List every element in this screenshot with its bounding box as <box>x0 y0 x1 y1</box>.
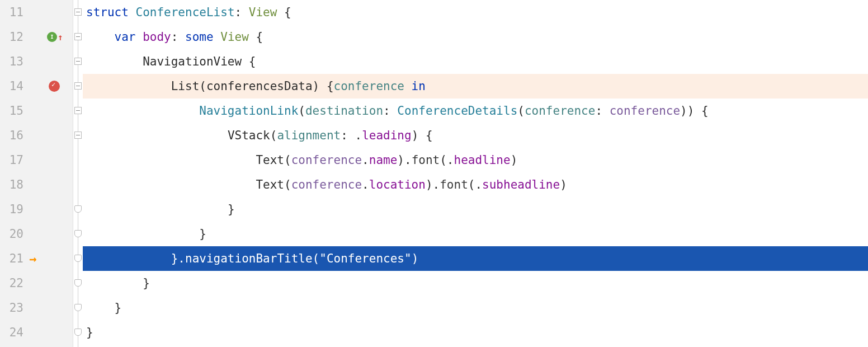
code-token: (. <box>468 178 482 191</box>
gutter-row[interactable]: 12↑ <box>0 25 73 49</box>
code-token: ConferenceDetails <box>397 104 517 118</box>
gutter-row[interactable]: 22 <box>0 271 73 296</box>
fold-toggle-icon[interactable] <box>74 82 82 90</box>
code-line[interactable]: VStack(alignment: .leading) { <box>83 123 868 148</box>
code-line[interactable]: } <box>83 271 868 296</box>
code-line[interactable]: List(conferencesData) {conference in <box>83 74 868 99</box>
code-token: } <box>86 326 93 339</box>
code-token: View <box>220 30 249 44</box>
arrow-up-icon: ↑ <box>58 32 63 43</box>
fold-toggle-icon[interactable] <box>74 304 82 311</box>
gutter-row[interactable]: 13 <box>0 49 73 74</box>
code-token: : <box>595 104 609 118</box>
code-token: View <box>249 6 277 19</box>
code-token: ) <box>412 252 419 265</box>
line-number: 18 <box>0 178 27 191</box>
fold-toggle-icon[interactable] <box>74 205 82 213</box>
fold-toggle-icon[interactable] <box>74 8 82 16</box>
code-token: headline <box>454 153 511 167</box>
line-number: 13 <box>0 55 27 68</box>
inspection-icon[interactable] <box>47 32 57 42</box>
fold-toggle-icon[interactable] <box>74 230 82 237</box>
code-token: conference <box>291 178 362 191</box>
gutter-row[interactable]: 17 <box>0 148 73 172</box>
fold-toggle-icon[interactable] <box>74 329 82 336</box>
gutter-row[interactable]: 23 <box>0 296 73 320</box>
gutter-row[interactable]: 14 <box>0 74 73 99</box>
line-number: 21 <box>0 252 27 265</box>
code-token: conferencesData <box>206 79 313 93</box>
code-token: in <box>412 79 426 93</box>
code-token: } <box>199 227 206 241</box>
fold-toggle-icon[interactable] <box>74 107 82 114</box>
code-token: alignment <box>277 129 341 142</box>
code-token: } <box>115 301 122 315</box>
code-token: font <box>412 153 440 167</box>
code-token: destination <box>305 104 383 118</box>
fold-toggle-icon[interactable] <box>74 58 82 65</box>
code-token: List( <box>171 79 206 93</box>
line-number: 14 <box>0 79 27 93</box>
code-token: conference <box>525 104 595 118</box>
code-line[interactable]: } <box>83 197 868 222</box>
code-token: NavigationView { <box>143 55 256 68</box>
code-token: location <box>369 178 426 191</box>
fold-toggle-icon[interactable] <box>74 279 82 287</box>
code-token: : <box>383 104 397 118</box>
code-token: : . <box>341 129 362 142</box>
code-token: ( <box>517 104 525 118</box>
code-token: . <box>362 178 369 191</box>
breakpoint-icon[interactable] <box>49 81 60 92</box>
code-line[interactable]: NavigationView { <box>83 49 868 74</box>
code-line[interactable]: struct ConferenceList: View { <box>83 0 868 25</box>
line-number: 16 <box>0 129 27 142</box>
code-token: ) <box>511 153 518 167</box>
code-line[interactable]: }.navigationBarTitle("Conferences") <box>83 246 868 271</box>
gutter-row[interactable]: 20 <box>0 222 73 246</box>
code-token: conference <box>334 79 412 93</box>
code-token: conference <box>291 153 362 167</box>
line-number: 24 <box>0 326 27 339</box>
gutter-row[interactable]: 15 <box>0 99 73 123</box>
code-token: navigationBarTitle <box>185 252 313 265</box>
line-number: 15 <box>0 104 27 118</box>
code-token: leading <box>362 129 412 142</box>
code-area[interactable]: struct ConferenceList: View { var body: … <box>83 0 868 347</box>
code-token: { <box>249 30 263 44</box>
fold-toggle-icon[interactable] <box>74 132 82 139</box>
code-token: var <box>115 30 143 44</box>
gutter-row[interactable]: 18 <box>0 172 73 197</box>
code-line[interactable]: } <box>83 222 868 246</box>
code-token: : <box>235 6 249 19</box>
code-token: Text( <box>256 178 291 191</box>
gutter-row[interactable]: 24 <box>0 320 73 345</box>
line-number: 17 <box>0 153 27 167</box>
code-line[interactable]: } <box>83 296 868 320</box>
fold-toggle-icon[interactable] <box>74 33 82 40</box>
code-token: ). <box>426 178 440 191</box>
gutter-row[interactable]: 16 <box>0 123 73 148</box>
fold-column <box>73 0 83 347</box>
code-line[interactable]: var body: some View { <box>83 25 868 49</box>
code-token: ) { <box>313 79 334 93</box>
code-token: some <box>185 30 220 44</box>
line-number: 20 <box>0 227 27 241</box>
code-line[interactable]: } <box>83 320 868 345</box>
code-line[interactable]: Text(conference.name).font(.headline) <box>83 148 868 172</box>
gutter-row[interactable]: 11 <box>0 0 73 25</box>
code-line[interactable]: NavigationLink(destination: ConferenceDe… <box>83 99 868 123</box>
code-token: conference <box>610 104 680 118</box>
code-token: body <box>143 30 171 44</box>
line-number: 22 <box>0 276 27 290</box>
gutter-row[interactable]: 21→ <box>0 246 73 271</box>
line-number: 23 <box>0 301 27 315</box>
fold-toggle-icon[interactable] <box>74 255 82 262</box>
gutter-row[interactable]: 19 <box>0 197 73 222</box>
code-token: }. <box>171 252 185 265</box>
execution-point-icon: → <box>29 252 36 266</box>
code-token: ). <box>397 153 411 167</box>
line-number: 11 <box>0 6 27 19</box>
code-token: font <box>440 178 468 191</box>
code-token: : <box>171 30 185 44</box>
code-line[interactable]: Text(conference.location).font(.subheadl… <box>83 172 868 197</box>
